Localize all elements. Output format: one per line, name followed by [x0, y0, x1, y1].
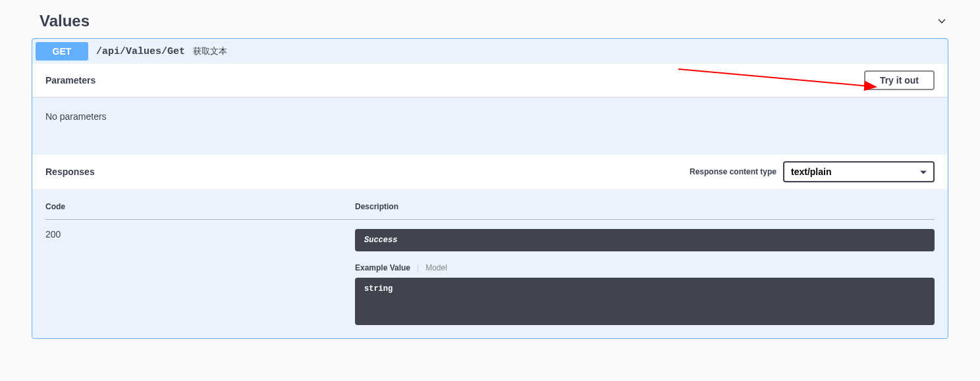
table-row: 200 Success Example Value | Model string [45, 220, 935, 326]
try-it-out-button[interactable]: Try it out [864, 70, 935, 90]
tag-header[interactable]: Values [32, 0, 948, 38]
example-value-block: string [355, 278, 935, 325]
responses-heading: Responses [45, 166, 95, 177]
content-type-wrapper: Response content type text/plain [690, 161, 935, 182]
operation-path: /api/Values/Get [96, 46, 185, 57]
column-description: Description [355, 202, 935, 220]
response-code: 200 [45, 220, 355, 326]
operation-description: 获取文本 [193, 45, 227, 57]
parameters-heading: Parameters [45, 75, 95, 86]
tab-model[interactable]: Model [425, 263, 447, 272]
responses-header: Responses Response content type text/pla… [32, 155, 948, 189]
content-type-select[interactable]: text/plain [783, 161, 935, 182]
response-description: Success [355, 229, 935, 251]
responses-table: Code Description 200 Success Example Val… [32, 189, 948, 338]
tab-example-value[interactable]: Example Value [355, 263, 410, 272]
operation-block: GET /api/Values/Get 获取文本 Parameters Try … [32, 38, 948, 339]
chevron-down-icon [935, 14, 948, 28]
http-method-badge: GET [36, 42, 88, 61]
parameters-header: Parameters Try it out [32, 64, 948, 97]
operation-body: Parameters Try it out No parameters Resp… [32, 64, 948, 338]
model-tabs: Example Value | Model [355, 263, 935, 272]
content-type-label: Response content type [690, 167, 776, 176]
tag-title: Values [40, 12, 90, 30]
column-code: Code [45, 202, 355, 220]
tab-separator: | [417, 263, 419, 272]
no-parameters-message: No parameters [32, 97, 948, 155]
operation-summary[interactable]: GET /api/Values/Get 获取文本 [32, 39, 948, 64]
